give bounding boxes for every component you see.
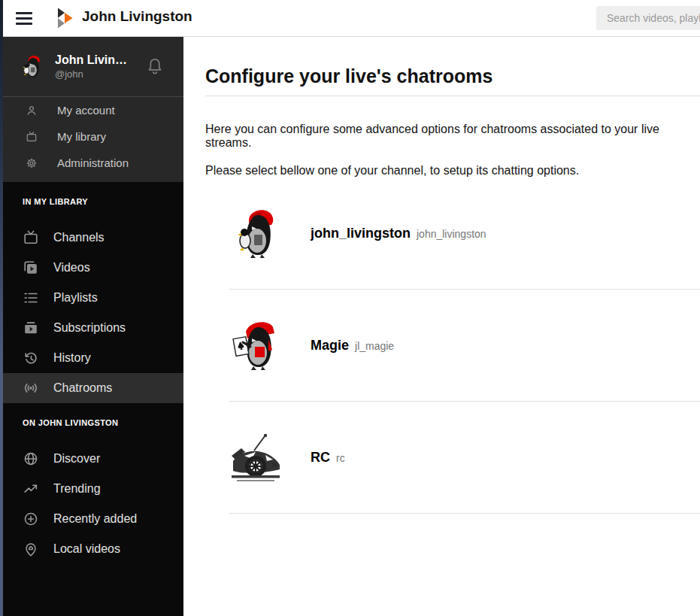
broadcast-icon (23, 380, 40, 397)
sidebar-item-channels[interactable]: Channels (3, 223, 183, 253)
playlist-icon (23, 290, 40, 307)
instance-title[interactable]: John Livingston (82, 8, 192, 25)
sidebar-user-block[interactable]: John Livingston @john (3, 37, 183, 96)
top-header: John Livingston (3, 0, 700, 37)
globe-icon (23, 451, 40, 468)
user-display-name: John Livingston (55, 53, 129, 67)
videos-icon (23, 259, 40, 277)
sidebar-item-label: Videos (53, 261, 90, 275)
gear-icon (26, 157, 38, 169)
section-title: IN MY LIBRARY (23, 197, 183, 206)
page-title: Configure your live's chatrooms (205, 65, 700, 87)
hamburger-menu-icon[interactable] (16, 10, 32, 26)
map-pin-home-icon (23, 541, 40, 558)
sidebar-item-label: Recently added (53, 512, 137, 526)
sidebar-item-label: My library (57, 130, 106, 143)
sidebar-item-label: Channels (53, 231, 105, 244)
channel-avatar-rc-car-icon (229, 430, 283, 484)
channel-handle: rc (336, 452, 345, 464)
subscriptions-icon (23, 320, 40, 337)
sidebar-item-chatrooms[interactable]: Chatrooms (3, 373, 183, 403)
sidebar-item-label: Administration (57, 156, 129, 169)
search-input[interactable] (596, 6, 700, 30)
intro-paragraph: Here you can configure some advanced opt… (205, 123, 700, 150)
sidebar-item-label: Discover (53, 452, 100, 466)
sidebar-item-my-account[interactable]: My account (3, 97, 183, 123)
channel-row-magie[interactable]: Magie jl_magie (229, 290, 700, 402)
account-menu: My account My library Administration (3, 96, 183, 182)
sidebar-item-recently-added[interactable]: Recently added (3, 504, 183, 534)
intro-paragraph: Please select bellow one of your channel… (205, 164, 700, 178)
history-icon (23, 350, 40, 367)
channel-avatar-magician-penguin-icon (229, 318, 283, 372)
channel-row-john-livingston[interactable]: john_livingston john_livingston (229, 178, 700, 290)
sidebar-item-label: History (53, 351, 91, 365)
sidebar-item-label: Trending (53, 482, 101, 496)
sidebar-item-label: My account (57, 104, 115, 117)
sidebar-section-in-my-library: IN MY LIBRARY Channels Vid (3, 197, 183, 403)
channel-handle: john_livingston (417, 228, 486, 240)
user-handle: @john (55, 68, 129, 80)
tv-icon (26, 131, 38, 143)
plus-circle-icon (23, 511, 40, 528)
main-content: Configure your live's chatrooms Here you… (183, 37, 700, 616)
sidebar-item-label: Local videos (53, 542, 120, 556)
tv-icon (23, 229, 40, 247)
sidebar-item-label: Chatrooms (53, 381, 112, 395)
channel-name: Magie (311, 338, 349, 354)
sidebar-item-history[interactable]: History (3, 343, 183, 373)
channel-name: john_livingston (311, 226, 411, 241)
sidebar-item-label: Subscriptions (53, 321, 126, 335)
sidebar-item-local-videos[interactable]: Local videos (3, 534, 183, 564)
peertube-logo-icon[interactable] (56, 8, 74, 29)
sidebar-section-on-instance: ON JOHN LIVINGSTON Discover Trending (3, 418, 183, 564)
sidebar-item-videos[interactable]: Videos (3, 253, 183, 283)
sidebar-item-trending[interactable]: Trending (3, 474, 183, 504)
channel-avatar-santa-penguin-icon (229, 206, 283, 260)
left-edge-strip (0, 0, 3, 616)
channel-name: RC (311, 450, 330, 466)
trending-icon (23, 481, 40, 498)
notifications-bell-icon[interactable] (145, 56, 165, 77)
channel-row-rc[interactable]: RC rc (229, 402, 700, 514)
section-title: ON JOHN LIVINGSTON (23, 418, 183, 427)
sidebar-item-discover[interactable]: Discover (3, 444, 183, 474)
user-avatar (19, 53, 45, 80)
sidebar-item-administration[interactable]: Administration (3, 150, 183, 176)
sidebar-item-subscriptions[interactable]: Subscriptions (3, 313, 183, 343)
sidebar-item-label: Playlists (53, 291, 98, 305)
sidebar: John Livingston @john My account (3, 37, 183, 616)
user-icon (26, 105, 38, 117)
channel-list: john_livingston john_livingston (205, 178, 700, 514)
sidebar-item-playlists[interactable]: Playlists (3, 283, 183, 313)
channel-handle: jl_magie (355, 340, 394, 352)
sidebar-item-my-library[interactable]: My library (3, 123, 183, 150)
